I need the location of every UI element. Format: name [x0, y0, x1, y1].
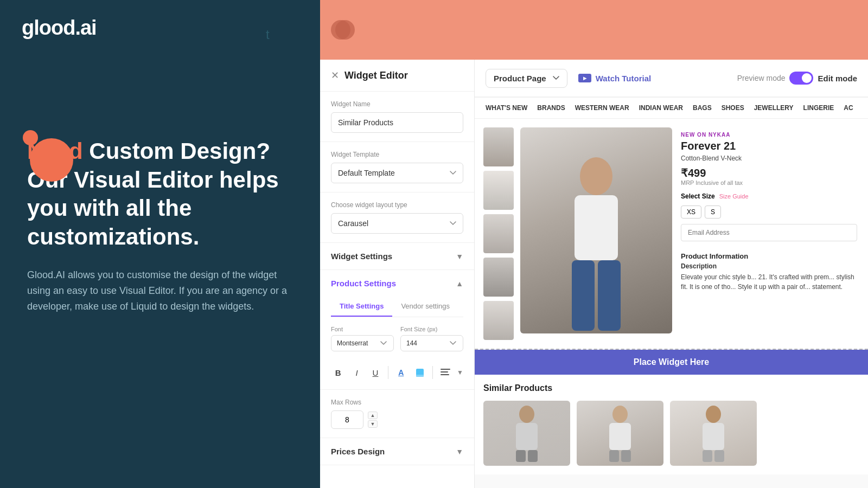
thumb-1[interactable] [483, 127, 514, 166]
place-widget-bar[interactable]: Place Widget Here [475, 350, 868, 375]
svg-rect-12 [528, 450, 538, 462]
product-subtitle: Cotton-Blend V-Neck [681, 155, 857, 162]
main-product-image [520, 127, 672, 333]
similar-products-section: Similar Products [475, 375, 868, 474]
email-input[interactable] [681, 224, 857, 241]
email-section [681, 224, 857, 247]
svg-rect-6 [575, 195, 618, 260]
widget-template-select[interactable]: Default Template [331, 163, 463, 183]
desc-label: Description [681, 262, 857, 270]
product-info: NEW ON NYKAA Forever 21 Cotton-Blend V-N… [679, 127, 859, 340]
bold-button[interactable]: B [331, 364, 345, 381]
preview-toggle[interactable] [789, 72, 813, 85]
italic-button[interactable]: I [349, 364, 363, 381]
similar-card-2[interactable] [577, 401, 663, 466]
thumb-4[interactable] [483, 258, 514, 297]
thumb-3[interactable] [483, 214, 514, 253]
similar-card-1[interactable] [483, 401, 570, 466]
store-nav: WHAT'S NEW BRANDS WESTERN WEAR INDIAN WE… [475, 98, 868, 119]
max-rows-input[interactable] [331, 410, 363, 429]
prices-design-collapsible[interactable]: Prices Design ▼ [320, 438, 474, 465]
decoration-text: t [266, 27, 270, 42]
brand-logo: glood.ai [22, 16, 298, 40]
settings-tabs: Title Settings Vendor settings [331, 297, 463, 317]
product-figure-svg [542, 149, 650, 333]
widget-name-input[interactable] [331, 112, 463, 133]
thumbnail-column [483, 127, 514, 340]
hero-description: Glood.AI allows you to customise the des… [27, 267, 288, 314]
svg-rect-15 [609, 450, 619, 462]
toolbar-divider-2 [432, 366, 433, 379]
svg-rect-2 [441, 369, 450, 370]
font-size-select[interactable]: 144 [400, 335, 463, 351]
product-settings-label: Product Settings [331, 279, 396, 288]
store-inner: WHAT'S NEW BRANDS WESTERN WEAR INDIAN WE… [475, 98, 868, 474]
widget-settings-label: Widget Settings [331, 252, 392, 261]
product-desc-text: Elevate your chic style b... 21. It's cr… [681, 272, 857, 292]
nav-lingerie[interactable]: LINGERIE [803, 104, 834, 112]
product-badge: NEW ON NYKAA [681, 132, 857, 138]
page-selector[interactable]: Product Page [486, 69, 567, 88]
stepper-down[interactable]: ▼ [368, 420, 378, 428]
edit-mode-label: Edit mode [818, 74, 857, 83]
align-button[interactable] [438, 364, 452, 381]
close-icon[interactable]: ✕ [331, 69, 339, 81]
widget-settings-collapsible[interactable]: Widget Settings ▼ [320, 243, 474, 270]
prices-design-label: Prices Design [331, 447, 385, 456]
logo-circle-2 [335, 20, 355, 40]
font-field: Font Montserrat [331, 326, 394, 351]
align-dropdown-arrow[interactable]: ▼ [457, 369, 463, 376]
store-preview: WHAT'S NEW BRANDS WESTERN WEAR INDIAN WE… [475, 98, 868, 488]
editor-header: ✕ Widget Editor [320, 60, 474, 92]
bg-color-button[interactable] [412, 364, 426, 381]
size-buttons: XS S [681, 206, 857, 219]
max-rows-stepper: ▲ ▼ [368, 412, 378, 428]
layout-type-select[interactable]: Carausel [331, 213, 463, 234]
size-xs[interactable]: XS [681, 206, 701, 219]
font-label: Font [331, 326, 394, 332]
similar-card-3[interactable] [670, 401, 757, 466]
nav-western-wear[interactable]: WESTERN WEAR [575, 104, 629, 112]
layout-type-section: Choose widget layout type Carausel [320, 192, 474, 243]
font-select[interactable]: Montserrat [331, 335, 394, 351]
svg-point-17 [706, 406, 721, 423]
watch-tutorial-button[interactable]: Watch Tutorial [578, 74, 652, 83]
tab-vendor-settings[interactable]: Vendor settings [392, 297, 458, 317]
widget-name-section: Widget Name [320, 92, 474, 142]
max-rows-input-row: ▲ ▼ [331, 410, 463, 429]
size-guide: Size Guide [719, 193, 749, 200]
svg-point-9 [519, 406, 534, 423]
product-area: NEW ON NYKAA Forever 21 Cotton-Blend V-N… [475, 119, 868, 349]
product-info-title: Product Information [681, 252, 857, 260]
size-label: Select Size [681, 192, 715, 200]
nav-brands[interactable]: BRANDS [537, 104, 565, 112]
nav-shoes[interactable]: SHOES [722, 104, 744, 112]
nav-bags[interactable]: BAGS [693, 104, 712, 112]
layout-type-label: Choose widget layout type [331, 201, 463, 209]
product-settings-header[interactable]: Product Settings ▲ [331, 270, 463, 297]
underline-button[interactable]: U [368, 364, 382, 381]
nav-jewellery[interactable]: JEWELLERY [754, 104, 794, 112]
prices-design-chevron: ▼ [456, 447, 463, 456]
main-area: ✕ Widget Editor Widget Name Widget Templ… [320, 60, 868, 488]
stepper-up[interactable]: ▲ [368, 412, 378, 419]
place-widget-label: Place Widget Here [634, 357, 709, 367]
left-panel: glood.ai Need Custom Design? Our Visual … [0, 0, 320, 488]
widget-name-label: Widget Name [331, 100, 463, 108]
nav-whats-new[interactable]: WHAT'S NEW [486, 104, 527, 112]
nav-indian-wear[interactable]: INDIAN WEAR [639, 104, 683, 112]
font-color-button[interactable]: A [394, 364, 408, 381]
svg-point-13 [612, 406, 628, 423]
preview-toolbar: Product Page Watch Tutorial Preview mode… [475, 60, 868, 98]
svg-rect-7 [572, 260, 595, 331]
nav-ac[interactable]: AC [844, 104, 853, 112]
watch-tutorial-label: Watch Tutorial [596, 74, 652, 83]
thumb-5[interactable] [483, 301, 514, 340]
size-s[interactable]: S [705, 206, 721, 219]
max-rows-label: Max Rows [331, 399, 463, 406]
similar-products-grid [483, 401, 859, 466]
formatting-toolbar: B I U A [331, 359, 463, 389]
thumb-2[interactable] [483, 171, 514, 210]
tab-title-settings[interactable]: Title Settings [331, 297, 392, 317]
size-row: Select Size Size Guide [681, 192, 857, 200]
